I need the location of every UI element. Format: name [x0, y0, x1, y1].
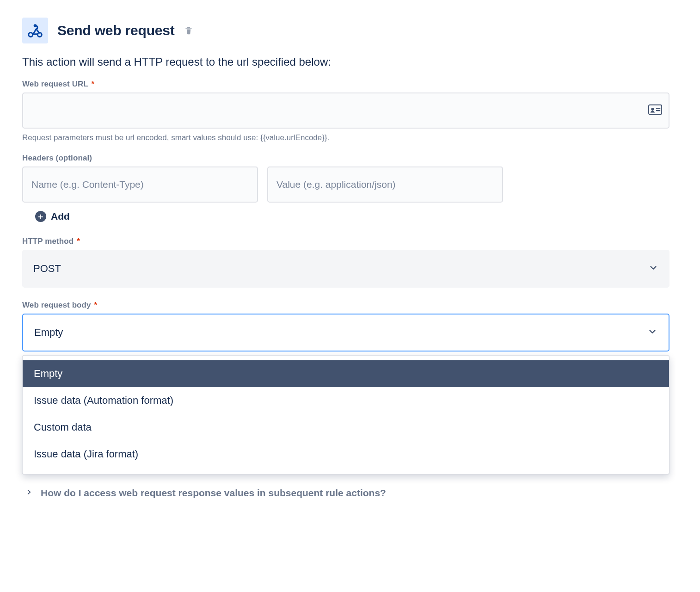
body-select[interactable]: Empty [22, 314, 669, 352]
page-title: Send web request [57, 23, 175, 38]
body-option-empty[interactable]: Empty [23, 360, 669, 387]
url-helper: Request parameters must be url encoded, … [22, 133, 669, 142]
body-option-custom[interactable]: Custom data [23, 414, 669, 441]
svg-point-2 [34, 24, 37, 27]
headers-label: Headers (optional) [22, 154, 669, 163]
method-value: POST [33, 263, 61, 275]
svg-rect-3 [649, 105, 662, 115]
url-label-text: Web request URL [22, 80, 88, 88]
method-label-text: HTTP method [22, 237, 74, 246]
body-dropdown: Empty Issue data (Automation format) Cus… [22, 355, 669, 475]
body-label: Web request body * [22, 301, 669, 310]
url-input[interactable] [22, 92, 669, 129]
method-label: HTTP method * [22, 237, 669, 246]
required-marker: * [77, 237, 80, 246]
header-value-input[interactable] [267, 166, 503, 203]
svg-rect-5 [656, 108, 660, 109]
method-select[interactable]: POST [22, 250, 669, 288]
plus-icon: ＋ [35, 211, 46, 222]
body-label-text: Web request body [22, 301, 91, 309]
chevron-down-icon [648, 263, 658, 275]
add-header-button[interactable]: ＋ Add [35, 211, 669, 222]
url-label: Web request URL * [22, 80, 669, 89]
help-expander[interactable]: How do I access web request response val… [26, 487, 669, 499]
add-label: Add [51, 211, 70, 222]
body-option-issue-jira[interactable]: Issue data (Jira format) [23, 441, 669, 468]
id-card-icon[interactable] [648, 104, 662, 117]
svg-point-0 [29, 33, 33, 37]
trash-icon[interactable] [184, 26, 193, 35]
svg-point-4 [651, 108, 654, 111]
description-text: This action will send a HTTP request to … [22, 56, 669, 68]
svg-rect-6 [656, 110, 660, 111]
body-option-issue-automation[interactable]: Issue data (Automation format) [23, 387, 669, 414]
body-value: Empty [34, 327, 63, 339]
webhook-icon [22, 18, 48, 43]
url-input-wrap [22, 92, 669, 129]
header-row: Send web request [22, 18, 669, 43]
chevron-right-icon [26, 489, 32, 497]
required-marker: * [94, 301, 97, 309]
chevron-down-icon [647, 327, 657, 339]
headers-row [22, 166, 669, 203]
header-name-input[interactable] [22, 166, 258, 203]
help-title: How do I access web request response val… [41, 487, 386, 499]
required-marker: * [91, 80, 94, 88]
